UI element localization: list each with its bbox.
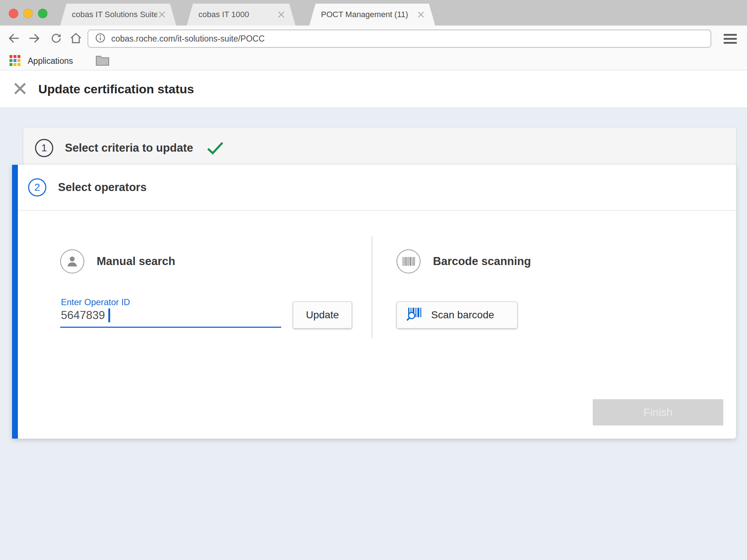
menu-button[interactable] xyxy=(724,32,738,46)
barcode-icon xyxy=(396,249,421,273)
folder-icon xyxy=(96,55,109,67)
window-zoom-button[interactable] xyxy=(38,9,47,18)
info-icon[interactable] xyxy=(95,32,106,45)
reload-button[interactable] xyxy=(48,26,64,52)
input-underline xyxy=(60,327,281,328)
scan-barcode-label: Scan barcode xyxy=(431,309,494,321)
bookmarks-bar: Applications xyxy=(0,52,747,70)
forward-button[interactable] xyxy=(26,26,43,52)
manual-search-heading: Manual search xyxy=(97,255,175,268)
tab-cobas-it-solutions-suite[interactable]: cobas IT Solutions Suite xyxy=(60,4,176,26)
close-icon xyxy=(13,82,27,97)
scan-barcode-button[interactable]: Scan barcode xyxy=(396,302,518,328)
back-button[interactable] xyxy=(5,26,23,52)
dialog-header: Update certification status xyxy=(0,70,747,108)
step1-panel: 1 Select criteria to update xyxy=(23,128,736,168)
browser-window: cobas IT Solutions Suite cobas IT 1000 P… xyxy=(0,0,747,560)
window-minimize-button[interactable] xyxy=(23,9,33,18)
check-icon xyxy=(207,141,224,155)
step1-number-badge: 1 xyxy=(35,139,53,157)
update-button-label: Update xyxy=(306,309,339,321)
barcode-scanning-heading: Barcode scanning xyxy=(433,255,531,268)
operator-id-input[interactable]: 5647839 xyxy=(61,308,110,322)
hamburger-icon xyxy=(724,34,737,36)
tab-label: cobas IT 1000 xyxy=(198,10,249,19)
finish-button[interactable]: Finish xyxy=(593,399,723,425)
tab-poct-management[interactable]: POCT Management (11) xyxy=(309,4,435,26)
window-close-button[interactable] xyxy=(9,9,18,18)
apps-grid-icon xyxy=(9,55,20,67)
browser-toolbar: cobas.roche.com/it-solutions-suite/POCC xyxy=(0,26,747,52)
tab-close-icon[interactable] xyxy=(157,10,167,19)
dialog-close-button[interactable] xyxy=(12,81,28,97)
finish-button-label: Finish xyxy=(643,406,673,419)
bookmark-label: Applications xyxy=(28,56,73,66)
section-divider xyxy=(372,236,372,338)
home-icon xyxy=(69,32,82,46)
step2-body: Manual search Enter Operator ID 5647839 … xyxy=(18,211,736,438)
tab-close-icon[interactable] xyxy=(276,10,286,19)
dialog-content: 1 Select criteria to update 2 Select ope… xyxy=(0,108,747,560)
step1-title: Select criteria to update xyxy=(65,141,193,155)
tab-strip: cobas IT Solutions Suite cobas IT 1000 P… xyxy=(0,0,747,26)
bookmark-folder-button[interactable] xyxy=(96,55,109,67)
back-arrow-icon xyxy=(7,31,21,46)
reload-icon xyxy=(50,32,62,46)
url-text: cobas.roche.com/it-solutions-suite/POCC xyxy=(111,34,265,44)
tab-label: POCT Management (11) xyxy=(321,10,408,19)
tab-cobas-it-1000[interactable]: cobas IT 1000 xyxy=(187,4,295,26)
step2-header: 2 Select operators xyxy=(18,165,736,211)
tab-close-icon[interactable] xyxy=(416,10,426,19)
tab-label: cobas IT Solutions Suite xyxy=(72,10,157,19)
home-button[interactable] xyxy=(68,26,84,52)
barcode-scan-icon xyxy=(406,306,422,324)
bookmark-applications[interactable]: Applications xyxy=(9,55,73,67)
person-icon xyxy=(60,249,84,273)
address-bar[interactable]: cobas.roche.com/it-solutions-suite/POCC xyxy=(88,30,711,48)
step2-number-badge: 2 xyxy=(28,178,46,197)
text-cursor xyxy=(108,308,110,322)
window-controls xyxy=(9,9,47,18)
update-button[interactable]: Update xyxy=(293,302,352,328)
forward-arrow-icon xyxy=(27,31,41,46)
step2-title: Select operators xyxy=(58,181,147,194)
operator-id-label: Enter Operator ID xyxy=(61,297,130,307)
step2-panel: 2 Select operators Manual search Enter O… xyxy=(12,165,736,439)
operator-id-value: 5647839 xyxy=(61,309,105,322)
page-title: Update certification status xyxy=(38,82,194,96)
